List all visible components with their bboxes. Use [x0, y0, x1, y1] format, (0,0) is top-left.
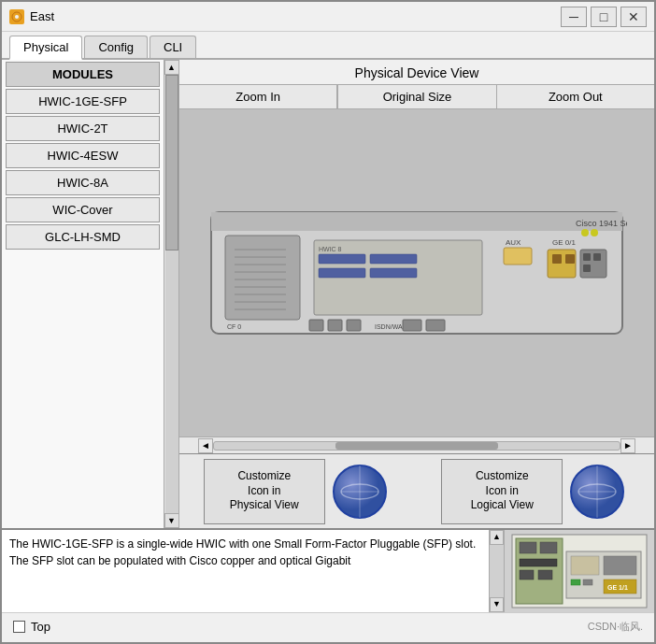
description-area: The HWIC-1GE-SFP is a single-wide HWIC w… — [2, 530, 505, 612]
footer-left: Top — [13, 620, 50, 634]
svg-rect-5 — [225, 236, 300, 320]
svg-rect-59 — [604, 556, 636, 575]
titlebar: East ─ □ ✕ — [2, 2, 654, 32]
svg-text:AUX: AUX — [506, 238, 521, 247]
physical-icon — [327, 459, 392, 524]
sidebar: MODULES HWIC-1GE-SFP HWIC-2T HWIC-4ESW H… — [2, 60, 179, 528]
device-view-area: Cisco 1941 Series HWIC 8 AUX — [179, 109, 654, 528]
svg-rect-28 — [347, 320, 361, 331]
list-item[interactable]: HWIC-4ESW — [6, 143, 160, 168]
scroll-track — [165, 75, 178, 513]
svg-rect-19 — [583, 253, 591, 261]
svg-text:GE 1/1: GE 1/1 — [607, 584, 628, 591]
svg-text:Cisco 1941 Series: Cisco 1941 Series — [576, 219, 627, 228]
svg-rect-8 — [319, 254, 365, 264]
scroll-right-button[interactable]: ► — [620, 438, 635, 453]
thumbnail-area: GE 1/1 — [505, 530, 654, 612]
physical-router-icon — [332, 464, 388, 520]
titlebar-controls: ─ □ ✕ — [561, 7, 647, 27]
sidebar-scrollbar: ▲ ▼ — [164, 60, 178, 528]
svg-point-1 — [15, 15, 19, 19]
zoom-out-button[interactable]: Zoom Out — [497, 85, 654, 108]
tab-physical[interactable]: Physical — [9, 36, 82, 60]
svg-rect-58 — [571, 556, 599, 575]
maximize-button[interactable]: □ — [591, 7, 617, 27]
desc-scroll-up[interactable]: ▲ — [490, 530, 504, 545]
svg-rect-10 — [370, 254, 417, 264]
scroll-down-button[interactable]: ▼ — [164, 513, 179, 528]
svg-rect-63 — [583, 580, 592, 585]
hw-thumbnail-svg: GE 1/1 — [510, 533, 649, 609]
zoom-in-button[interactable]: Zoom In — [179, 85, 337, 108]
svg-text:HWIC 8: HWIC 8 — [319, 246, 342, 252]
titlebar-left: East — [9, 9, 54, 24]
footer-credit: CSDN·临风. — [588, 620, 643, 634]
svg-rect-26 — [309, 320, 323, 331]
scroll-up-button[interactable]: ▲ — [164, 60, 179, 75]
zoom-bar: Zoom In Original Size Zoom Out — [179, 84, 654, 109]
modules-header: MODULES — [6, 62, 160, 87]
list-item[interactable]: HWIC-1GE-SFP — [6, 89, 160, 114]
svg-rect-11 — [370, 268, 417, 278]
cisco-device-svg: Cisco 1941 Series HWIC 8 AUX — [207, 193, 627, 352]
svg-rect-56 — [538, 570, 552, 580]
svg-rect-30 — [426, 320, 445, 331]
svg-rect-52 — [520, 542, 536, 553]
minimize-button[interactable]: ─ — [561, 7, 587, 27]
svg-point-31 — [581, 229, 589, 236]
customize-logical-button[interactable]: Customize Icon in Logical View — [441, 459, 563, 524]
h-scroll-thumb — [335, 442, 498, 450]
svg-rect-29 — [403, 320, 421, 331]
svg-rect-53 — [540, 542, 557, 553]
svg-rect-16 — [552, 254, 562, 264]
svg-rect-13 — [504, 248, 532, 265]
svg-rect-9 — [319, 268, 365, 278]
top-checkbox[interactable] — [13, 621, 25, 633]
list-item[interactable]: HWIC-8A — [6, 170, 160, 195]
tab-cli[interactable]: CLI — [150, 36, 196, 58]
customize-physical-button[interactable]: Customize Icon in Physical View — [204, 459, 325, 524]
full-layout: MODULES HWIC-1GE-SFP HWIC-2T HWIC-4ESW H… — [2, 60, 654, 640]
svg-text:CF 0: CF 0 — [227, 323, 241, 330]
scroll-left-button[interactable]: ◄ — [198, 438, 213, 453]
app-icon — [9, 9, 24, 24]
logical-icon — [564, 459, 630, 524]
svg-rect-27 — [328, 320, 342, 331]
logical-router-icon — [569, 464, 625, 520]
top-label: Top — [31, 620, 50, 634]
device-panel: Physical Device View Zoom In Original Si… — [179, 60, 654, 528]
svg-rect-3 — [211, 212, 622, 231]
svg-rect-20 — [593, 253, 601, 261]
list-item[interactable]: GLC-LH-SMD — [6, 224, 160, 250]
description-scrollbar: ▲ ▼ — [489, 530, 504, 612]
close-button[interactable]: ✕ — [620, 7, 647, 27]
description-text: The HWIC-1GE-SFP is a single-wide HWIC w… — [9, 537, 476, 567]
list-item[interactable]: WIC-Cover — [6, 197, 160, 222]
svg-rect-54 — [520, 559, 557, 566]
original-size-button[interactable]: Original Size — [337, 85, 496, 108]
svg-rect-55 — [520, 570, 534, 580]
tabs-bar: Physical Config CLI — [2, 32, 654, 60]
customize-bar: Customize Icon in Physical View — [179, 453, 654, 528]
svg-rect-62 — [571, 580, 580, 585]
horizontal-scrollbar: ◄ ► — [179, 436, 654, 453]
scroll-thumb — [165, 75, 178, 250]
desc-scroll-down[interactable]: ▼ — [490, 597, 504, 612]
tab-config[interactable]: Config — [84, 36, 148, 58]
svg-rect-17 — [565, 254, 575, 264]
window-title: East — [30, 9, 54, 23]
device-view-title: Physical Device View — [179, 60, 654, 84]
footer: Top CSDN·临风. — [2, 612, 654, 640]
module-list: MODULES HWIC-1GE-SFP HWIC-2T HWIC-4ESW H… — [2, 60, 164, 528]
svg-text:GE 0/1: GE 0/1 — [552, 238, 576, 247]
bottom-section: The HWIC-1GE-SFP is a single-wide HWIC w… — [2, 528, 654, 612]
main-row: MODULES HWIC-1GE-SFP HWIC-2T HWIC-4ESW H… — [2, 60, 654, 528]
h-scroll-track — [213, 441, 620, 451]
svg-point-32 — [591, 229, 598, 236]
list-item[interactable]: HWIC-2T — [6, 116, 160, 141]
svg-rect-21 — [583, 265, 591, 272]
